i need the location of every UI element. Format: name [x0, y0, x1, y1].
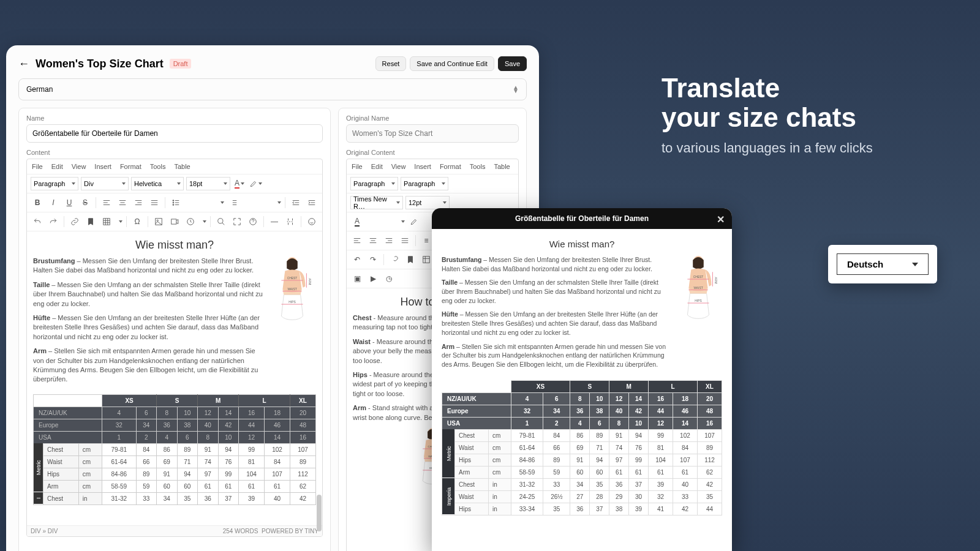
- align-left-icon[interactable]: [100, 196, 113, 209]
- rte-size-select[interactable]: 18pt: [186, 177, 230, 190]
- rte-menu-format[interactable]: Format: [440, 163, 461, 170]
- bold-icon[interactable]: B: [31, 196, 44, 209]
- rte-menu-tools[interactable]: Tools: [150, 163, 166, 170]
- video-icon[interactable]: ▶: [366, 272, 380, 285]
- promo-block: Translateyour size chats to various lang…: [662, 73, 943, 156]
- indent-icon[interactable]: [305, 196, 318, 209]
- highlight-icon[interactable]: [249, 177, 262, 190]
- target-language-select[interactable]: German ▲▼: [18, 78, 527, 100]
- svg-text:WAIST: WAIST: [287, 288, 296, 291]
- chevron-down-icon: [912, 263, 918, 266]
- preview-title: Größentabelle für Oberteile für Damen: [515, 214, 649, 223]
- rte-menu-insert[interactable]: Insert: [94, 163, 111, 170]
- rte-menu-table[interactable]: Table: [494, 163, 510, 170]
- rte-style-select[interactable]: Paragraph: [350, 177, 398, 190]
- paragraph: Brustumfang – Messen Sie den Umfang der …: [33, 257, 263, 276]
- align-center-icon[interactable]: [366, 234, 380, 247]
- rte-font-select[interactable]: Helvetica: [131, 177, 184, 190]
- rte-menu-file[interactable]: File: [352, 163, 363, 170]
- rte-style-select[interactable]: Paragraph: [31, 177, 78, 190]
- align-justify-icon[interactable]: [148, 196, 161, 209]
- clock-icon[interactable]: [184, 215, 197, 228]
- undo-icon[interactable]: [31, 215, 44, 228]
- bookmark-icon[interactable]: [84, 215, 97, 228]
- rte-content-area[interactable]: Wie misst man? Brustumfang – Messen Sie …: [27, 231, 322, 525]
- svg-rect-6: [172, 219, 176, 224]
- svg-text:CHEST: CHEST: [287, 277, 298, 280]
- bullet-list-icon[interactable]: [169, 196, 183, 209]
- close-icon[interactable]: ✕: [717, 214, 725, 225]
- pagebreak-icon[interactable]: [284, 215, 297, 228]
- rte-menu-table[interactable]: Table: [174, 163, 190, 170]
- redo-icon[interactable]: ↷: [366, 253, 380, 266]
- align-right-icon[interactable]: [132, 196, 145, 209]
- underline-icon[interactable]: U: [62, 196, 76, 209]
- rte-menu-view[interactable]: View: [72, 163, 86, 170]
- image-icon[interactable]: [152, 215, 165, 228]
- promo-subtitle: to various languages in a few clicks: [662, 140, 943, 156]
- redo-icon[interactable]: [47, 215, 60, 228]
- undo-icon[interactable]: ↶: [350, 253, 364, 266]
- reset-button[interactable]: Reset: [375, 56, 407, 71]
- scrollbar[interactable]: [317, 495, 322, 531]
- outdent-icon[interactable]: [289, 196, 303, 209]
- text-color-icon[interactable]: A: [233, 177, 246, 190]
- svg-text:ARM: ARM: [714, 277, 717, 284]
- zoom-icon[interactable]: [214, 215, 228, 228]
- name-label: Name: [26, 114, 323, 122]
- omega-icon[interactable]: Ω: [130, 215, 144, 228]
- size-table: XSSMLXLNZ/AU/UK468101214161820Europe3234…: [442, 380, 722, 515]
- bullet-list-icon[interactable]: ≡: [420, 234, 433, 247]
- svg-text:WAIST: WAIST: [693, 287, 703, 290]
- rte-menu-file[interactable]: File: [32, 163, 43, 170]
- rte-menu-format[interactable]: Format: [120, 163, 141, 170]
- save-button[interactable]: Save: [498, 56, 527, 71]
- rte-menu-view[interactable]: View: [391, 163, 406, 170]
- rte-menu-edit[interactable]: Edit: [371, 163, 383, 170]
- align-center-icon[interactable]: [116, 196, 129, 209]
- body-figure: CHEST WAIST HIPS ARM: [674, 255, 722, 374]
- table-icon[interactable]: [420, 253, 433, 266]
- text-color-icon[interactable]: A: [350, 215, 364, 228]
- clock-icon[interactable]: ◷: [382, 272, 396, 285]
- target-language-value: German: [26, 85, 53, 94]
- rte-block-select[interactable]: Paragraph: [401, 177, 448, 190]
- link-icon[interactable]: [388, 253, 401, 266]
- svg-point-10: [309, 219, 315, 225]
- paragraph: Brustumfang – Messen Sie den Umfang der …: [442, 255, 669, 273]
- emoji-icon[interactable]: [305, 215, 318, 228]
- expand-icon[interactable]: [230, 215, 244, 228]
- save-continue-button[interactable]: Save and Continue Edit: [410, 56, 494, 71]
- strike-icon[interactable]: S: [78, 196, 92, 209]
- back-arrow-icon[interactable]: ←: [18, 58, 29, 70]
- bookmark-icon[interactable]: [404, 253, 417, 266]
- paragraph: Hüfte – Messen Sie den Umfang an der bre…: [33, 313, 263, 342]
- help-icon[interactable]: [246, 215, 260, 228]
- rte-path: DIV » DIV: [31, 528, 58, 534]
- hr-icon[interactable]: —: [268, 215, 281, 228]
- rte-menu-edit[interactable]: Edit: [51, 163, 63, 170]
- translated-name-input[interactable]: [26, 124, 323, 143]
- number-list-icon[interactable]: [227, 196, 240, 209]
- image-icon[interactable]: ▣: [350, 272, 364, 285]
- svg-point-8: [218, 219, 223, 223]
- svg-point-1: [173, 202, 174, 203]
- svg-text:CHEST: CHEST: [693, 276, 704, 279]
- svg-text:HIPS: HIPS: [288, 301, 296, 304]
- preview-modal: Größentabelle für Oberteile für Damen ✕ …: [432, 208, 732, 551]
- rte-font-select[interactable]: Times New R…: [350, 196, 403, 209]
- link-icon[interactable]: [68, 215, 81, 228]
- italic-icon[interactable]: I: [47, 196, 60, 209]
- align-right-icon[interactable]: [382, 234, 396, 247]
- rte-size-select[interactable]: 12pt: [405, 196, 450, 209]
- rte-block-select[interactable]: Div: [81, 177, 129, 190]
- rte-menu-tools[interactable]: Tools: [470, 163, 486, 170]
- rte-menu-insert[interactable]: Insert: [414, 163, 431, 170]
- align-left-icon[interactable]: [350, 234, 364, 247]
- translated-rte: FileEditViewInsertFormatToolsTable Parag…: [26, 159, 323, 537]
- highlight-icon[interactable]: [407, 215, 421, 228]
- video-icon[interactable]: [168, 215, 181, 228]
- align-justify-icon[interactable]: [398, 234, 412, 247]
- table-icon[interactable]: [100, 215, 113, 228]
- language-select[interactable]: Deutsch: [837, 253, 929, 275]
